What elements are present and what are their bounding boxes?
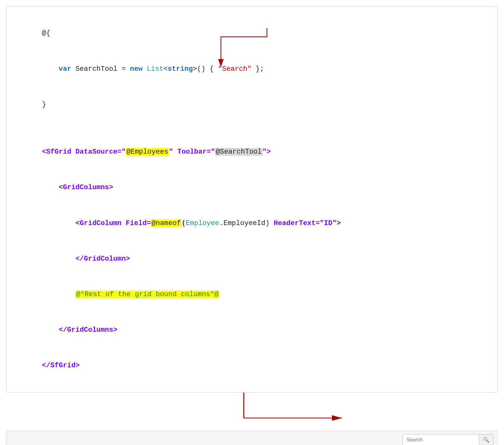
code-line-9: @*Rest of the grid bound columns*@ (17, 277, 487, 312)
grid-area: 🔍 ID First Name Last Name Date of Birth … (6, 431, 498, 445)
nameof-binding: @nameof (151, 219, 181, 227)
code-line-8: </GridColumn> (17, 241, 487, 276)
code-line-10: </GridColumns> (17, 312, 487, 348)
employees-binding: @Employees (126, 148, 169, 156)
grid-toolbar: 🔍 (7, 431, 497, 445)
page-wrapper: @{ var SearchTool = new List<string>() {… (6, 6, 498, 445)
search-input[interactable] (403, 435, 479, 445)
code-line-3: } (17, 87, 487, 122)
search-icon: 🔍 (483, 437, 489, 442)
code-line-4 (17, 123, 487, 134)
search-box: 🔍 (402, 434, 494, 445)
rest-columns-comment: @*Rest of the grid bound columns*@ (76, 290, 219, 298)
searchtool-binding: @SearchTool (215, 148, 262, 156)
code-line-6: <GridColumns> (17, 170, 487, 205)
code-line-1: @{ (17, 16, 487, 51)
code-line-11: </SfGrid> (17, 348, 487, 383)
code-block: @{ var SearchTool = new List<string>() {… (6, 6, 498, 393)
code-line-5: <SfGrid DataSource="@Employees" Toolbar=… (17, 134, 487, 170)
code-line-7: <GridColumn Field=@nameof(Employee.Emplo… (17, 205, 487, 241)
search-button[interactable]: 🔍 (479, 435, 493, 445)
search-string-literal: "Search" (218, 65, 252, 73)
code-text: @{ (42, 29, 50, 37)
connector-arrow-svg (6, 393, 498, 431)
code-line-2: var SearchTool = new List<string>() { "S… (17, 51, 487, 87)
